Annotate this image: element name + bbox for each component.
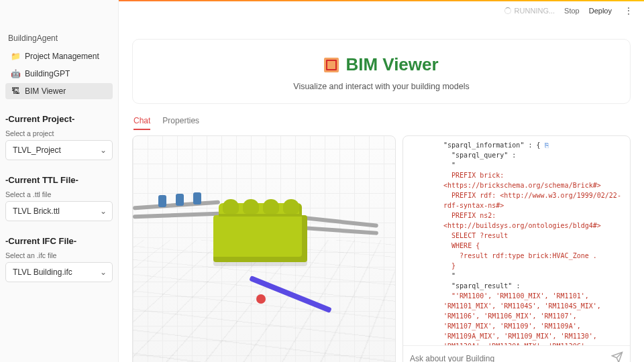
ttl-select[interactable]: TLVL Brick.ttl ⌄ [5, 201, 113, 221]
valve [158, 195, 166, 207]
chevron-down-icon: ⌄ [100, 267, 107, 277]
app-title: BuildingAgent [5, 5, 113, 48]
tab-chat[interactable]: Chat [133, 116, 150, 130]
pipe [305, 226, 378, 235]
sidebar: BuildingAgent 📁 Project Management 🤖 Bui… [0, 0, 119, 362]
valve [176, 194, 184, 206]
hvac-equipment [213, 215, 307, 262]
sidebar-item-buildinggpt[interactable]: 🤖 BuildingGPT [5, 66, 113, 82]
pipe [305, 216, 378, 227]
main-content: BIM Viewer Visualize and interact with y… [119, 0, 644, 362]
page-subtitle: Visualize and interact with your buildin… [140, 82, 623, 91]
sidebar-item-label: Project Management [25, 52, 99, 61]
section-header-ttl: -Current TTL File- [5, 175, 113, 185]
select-value: TLVL Brick.ttl [13, 206, 60, 216]
chevron-down-icon: ⌄ [100, 206, 107, 216]
chevron-down-icon: ⌄ [100, 145, 107, 155]
pipe [133, 212, 220, 219]
section-header-ifc: -Current IFC File- [5, 236, 113, 246]
header-card: BIM Viewer Visualize and interact with y… [132, 39, 631, 104]
field-label: Select an .ifc file [5, 251, 113, 259]
valve-cap [256, 294, 266, 304]
code-output[interactable]: "sparql_information" : { ⎘ "sparql_query… [403, 136, 630, 345]
page-title: BIM Viewer [324, 54, 438, 75]
tab-bar: Chat Properties [133, 116, 631, 130]
tab-properties[interactable]: Properties [162, 116, 199, 130]
ifc-select[interactable]: TLVL Building.ifc ⌄ [5, 262, 113, 282]
valve [193, 192, 201, 204]
select-value: TLVL Building.ifc [13, 267, 72, 277]
send-icon[interactable] [611, 351, 623, 362]
section-header-project: -Current Project- [5, 114, 113, 124]
workspace: "sparql_information" : { ⎘ "sparql_query… [132, 135, 631, 362]
folder-icon: 📁 [11, 52, 20, 61]
building-icon: 🏗 [11, 86, 20, 96]
sidebar-item-label: BuildingGPT [25, 69, 70, 78]
chat-input[interactable] [410, 354, 606, 363]
bot-icon: 🤖 [11, 69, 20, 78]
bim-logo-icon [324, 58, 339, 72]
project-select[interactable]: TLVL_Project ⌄ [5, 140, 113, 160]
3d-viewer[interactable] [132, 135, 396, 362]
chat-input-bar [403, 345, 630, 362]
sidebar-item-label: BIM Viewer [25, 86, 66, 96]
select-value: TLVL_Project [13, 145, 61, 155]
field-label: Select a project [5, 129, 113, 137]
sidebar-item-bim-viewer[interactable]: 🏗 BIM Viewer [5, 83, 113, 99]
sidebar-item-project-management[interactable]: 📁 Project Management [5, 48, 113, 64]
chat-output-panel: "sparql_information" : { ⎘ "sparql_query… [402, 135, 631, 362]
field-label: Select a .ttl file [5, 190, 113, 198]
